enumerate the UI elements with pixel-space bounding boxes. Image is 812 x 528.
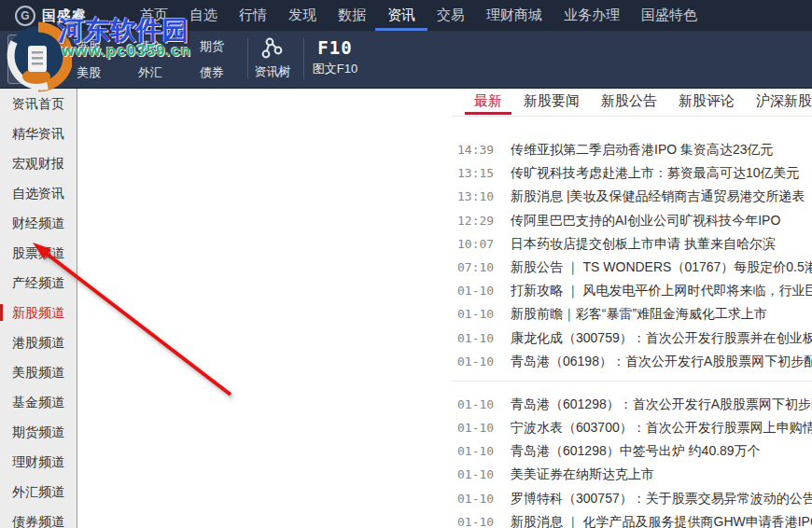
market-shortcut-bottom[interactable]: 外汇	[119, 64, 181, 81]
news-title: 传维亚拟第二季启动香港IPO 集资高达23亿元	[511, 138, 774, 161]
news-group-recent: 14:39 传维亚拟第二季启动香港IPO 集资高达23亿元 13:15 传旷视科…	[452, 138, 812, 373]
main-menu-item[interactable]: 国盛特色	[641, 0, 697, 31]
news-title: 打新攻略 ｜ 风电发电平价上网时代即将来临，行业巨	[511, 279, 812, 302]
news-row[interactable]: 13:15 传旷视科技考虑赴港上市：募资最高可达10亿美元	[452, 161, 812, 185]
top-navigation-bar: G 国盛睿 首页自选行情发现数据资讯交易理财商城业务办理国盛特色	[0, 0, 812, 31]
news-row[interactable]: 12:29 传阿里巴巴支持的AI创业公司旷视科技今年IPO	[452, 209, 812, 232]
news-row[interactable]: 01-10 宁波水表（603700）：首次公开发行股票网上申购情	[452, 416, 812, 439]
sidebar-channel-item[interactable]: 外汇频道	[0, 477, 77, 507]
news-tab[interactable]: 新股要闻	[514, 89, 589, 115]
news-title: 新股公告 ｜ TS WONDERS（01767）每股定价0.5港元	[511, 256, 812, 279]
news-time: 07:10	[457, 256, 495, 279]
news-title: 传旷视科技考虑赴港上市：募资最高可达10亿美元	[511, 161, 800, 185]
app-logo-icon: G	[15, 6, 35, 26]
news-time: 13:15	[457, 161, 495, 185]
news-title: 罗博特科（300757）：关于股票交易异常波动的公告	[511, 487, 812, 510]
news-title: 新股消息 ｜ 化学产品及服务提供商GHW申请香港IPO	[511, 510, 812, 528]
market-shortcut-top[interactable]: 基金	[119, 38, 181, 55]
news-tab[interactable]: 沪深新股	[747, 89, 812, 115]
sidebar-channel-list: 资讯首页精华资讯宏观财报自选资讯财经频道股票频道产经频道新股频道港股频道美股频道…	[0, 89, 77, 528]
market-shortcut-bottom[interactable]: 债券	[181, 64, 243, 81]
sidebar-channel-item[interactable]: 期货频道	[0, 417, 77, 447]
news-time: 01-10	[457, 510, 495, 528]
news-row[interactable]: 14:39 传维亚拟第二季启动香港IPO 集资高达23亿元	[452, 138, 812, 161]
main-menu-item[interactable]: 理财商城	[486, 0, 542, 31]
news-time: 01-10	[457, 439, 495, 463]
sidebar-channel-item[interactable]: 宏观财报	[0, 148, 77, 178]
news-group-divider	[452, 381, 812, 382]
news-row[interactable]: 01-10 青岛港（06198）：首次公开发行A股股票网下初步配	[452, 350, 812, 373]
market-shortcut-top[interactable]: 期货	[181, 38, 243, 55]
f10-label: 图文F10	[306, 61, 364, 77]
news-row[interactable]: 01-10 青岛港（601298）中签号出炉 约40.89万个	[452, 439, 812, 463]
news-title: 日本药妆店提交创板上市申请 执董来自哈尔滨	[511, 232, 776, 256]
news-row[interactable]: 13:10 新股消息 |美妆及保健品经销商吉通贸易港交所递表	[452, 185, 812, 208]
news-panel: 最新新股要闻新股公告新股评论沪深新股 14:39 传维亚拟第二季启动香港IPO …	[452, 89, 812, 528]
news-group-earlier: 01-10 青岛港（601298）：首次公开发行A股股票网下初步配 01-10 …	[452, 393, 812, 528]
news-time: 01-10	[457, 463, 495, 486]
f10-button[interactable]: F10 图文F10	[306, 35, 364, 77]
sidebar-channel-item[interactable]: 精华资讯	[0, 118, 77, 148]
main-menu-item[interactable]: 资讯	[387, 0, 415, 31]
news-title: 新股消息 |美妆及保健品经销商吉通贸易港交所递表	[511, 185, 805, 208]
sidebar-channel-item[interactable]: 理财频道	[0, 447, 77, 477]
market-shortcut-bottom[interactable]: 美股	[58, 64, 119, 81]
sidebar-channel-item[interactable]: 财经频道	[0, 208, 77, 238]
news-module-button[interactable]: 资讯	[7, 35, 58, 84]
market-shortcut-columns: 港股 美股 基金 外汇 期货 债券	[58, 34, 243, 86]
news-row[interactable]: 01-10 美美证券在纳斯达克上市	[452, 463, 812, 486]
news-title: 宁波水表（603700）：首次公开发行股票网上申购情	[511, 416, 812, 439]
share-network-icon	[260, 36, 285, 61]
news-title: 美美证券在纳斯达克上市	[511, 463, 654, 486]
sidebar-channel-item[interactable]: 自选资讯	[0, 178, 77, 208]
news-tab[interactable]: 新股公告	[592, 89, 666, 115]
sidebar-channel-item[interactable]: 美股频道	[0, 357, 77, 387]
market-shortcut-column: 基金 外汇	[119, 34, 181, 86]
news-row[interactable]: 01-10 打新攻略 ｜ 风电发电平价上网时代即将来临，行业巨	[452, 279, 812, 302]
toolbar-divider	[303, 38, 304, 79]
app-logo: G 国盛睿	[15, 6, 87, 26]
f10-icon: F10	[306, 35, 364, 61]
sidebar-channel-item[interactable]: 基金频道	[0, 387, 77, 417]
main-menu-item[interactable]: 业务办理	[564, 0, 620, 31]
news-tree-label: 资讯树	[246, 63, 299, 80]
news-row[interactable]: 01-10 青岛港（601298）：首次公开发行A股股票网下初步配	[452, 393, 812, 416]
news-time: 01-10	[457, 350, 495, 373]
news-time: 01-10	[457, 302, 495, 326]
news-row[interactable]: 07:10 新股公告 ｜ TS WONDERS（01767）每股定价0.5港元	[452, 256, 812, 279]
market-shortcut-column: 港股 美股	[58, 34, 119, 86]
news-row[interactable]: 01-10 新股消息 ｜ 化学产品及服务提供商GHW申请香港IPO	[452, 510, 812, 528]
sidebar-channel-item[interactable]: 港股频道	[0, 327, 77, 357]
main-menu-item[interactable]: 自选	[189, 0, 217, 31]
news-row[interactable]: 01-10 康龙化成（300759）：首次公开发行股票并在创业板	[452, 327, 812, 350]
news-row[interactable]: 10:07 日本药妆店提交创板上市申请 执董来自哈尔滨	[452, 232, 812, 256]
news-row[interactable]: 01-10 新股前瞻｜彩客“暴雷”难阻金海威化工求上市	[452, 302, 812, 326]
news-time: 01-10	[457, 416, 495, 439]
news-tab[interactable]: 最新	[465, 89, 511, 115]
main-menu: 首页自选行情发现数据资讯交易理财商城业务办理国盛特色	[140, 0, 697, 31]
news-tree-button[interactable]: 资讯树	[246, 35, 299, 80]
news-time: 14:39	[457, 138, 495, 161]
news-time: 12:29	[457, 209, 495, 232]
market-shortcut-top[interactable]: 港股	[58, 38, 119, 55]
sidebar-channel-item[interactable]: 股票频道	[0, 238, 77, 268]
main-menu-item[interactable]: 首页	[140, 0, 168, 31]
main-menu-item[interactable]: 发现	[288, 0, 316, 31]
news-title: 青岛港（601298）：首次公开发行A股股票网下初步配	[511, 393, 812, 416]
news-time: 01-10	[457, 327, 495, 350]
news-tab[interactable]: 新股评论	[669, 89, 744, 115]
news-module-label: 资讯	[8, 63, 57, 80]
main-menu-item[interactable]: 行情	[239, 0, 267, 31]
app-logo-text: 国盛睿	[42, 7, 87, 25]
news-row[interactable]: 01-10 罗博特科（300757）：关于股票交易异常波动的公告	[452, 487, 812, 510]
main-menu-item[interactable]: 交易	[437, 0, 465, 31]
news-time: 01-10	[457, 487, 495, 510]
sidebar-channel-item[interactable]: 债券频道	[0, 507, 77, 528]
main-menu-item[interactable]: 数据	[338, 0, 366, 31]
news-title: 青岛港（06198）：首次公开发行A股股票网下初步配	[511, 350, 812, 373]
sidebar-channel-item[interactable]: 新股频道	[0, 298, 77, 327]
market-shortcut-column: 期货 债券	[181, 34, 243, 86]
news-title: 青岛港（601298）中签号出炉 约40.89万个	[511, 439, 761, 463]
sidebar-channel-item[interactable]: 资讯首页	[0, 89, 77, 118]
sidebar-channel-item[interactable]: 产经频道	[0, 268, 77, 298]
